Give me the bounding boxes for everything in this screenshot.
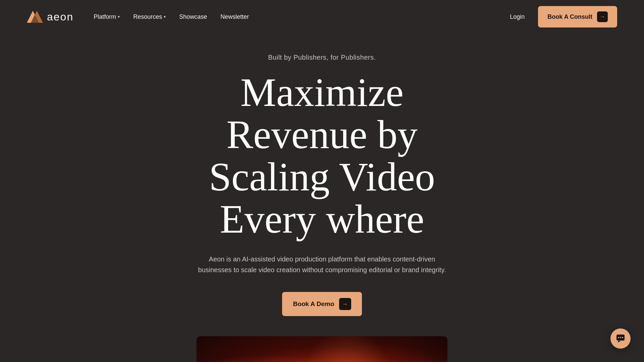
book-demo-arrow-icon: → bbox=[339, 298, 351, 310]
nav-links: Platform ▾ Resources ▾ Showcase Newslett… bbox=[94, 13, 249, 20]
chat-icon bbox=[616, 334, 625, 343]
logo[interactable]: aeon bbox=[27, 10, 73, 23]
nav-resources[interactable]: Resources ▾ bbox=[133, 13, 166, 20]
nav-newsletter[interactable]: Newsletter bbox=[220, 13, 249, 20]
resources-chevron-icon: ▾ bbox=[164, 14, 166, 19]
hero-title-line2: Scaling Video bbox=[209, 155, 435, 199]
book-consult-arrow-icon: → bbox=[597, 11, 608, 22]
nav-platform[interactable]: Platform ▾ bbox=[94, 13, 120, 20]
book-consult-label: Book A Consult bbox=[547, 13, 592, 20]
book-consult-button[interactable]: Book A Consult → bbox=[538, 6, 617, 27]
hero-description: Aeon is an AI-assisted video production … bbox=[191, 254, 453, 275]
nav-resources-label: Resources bbox=[133, 13, 162, 20]
book-demo-button[interactable]: Book A Demo → bbox=[282, 292, 362, 316]
svg-point-5 bbox=[620, 337, 621, 338]
hero-subtitle: Built by Publishers, for Publishers. bbox=[268, 54, 376, 61]
hero-title: Maximize Revenue by Scaling Video Every … bbox=[171, 71, 473, 240]
book-demo-label: Book A Demo bbox=[293, 300, 334, 308]
hero-title-line3: Every where bbox=[220, 197, 424, 241]
nav-platform-label: Platform bbox=[94, 13, 116, 20]
nav-left: aeon Platform ▾ Resources ▾ Showcase New… bbox=[27, 10, 249, 23]
logo-icon bbox=[27, 10, 43, 23]
navbar: aeon Platform ▾ Resources ▾ Showcase New… bbox=[0, 0, 644, 34]
nav-showcase-label: Showcase bbox=[179, 13, 207, 20]
hero-section: Built by Publishers, for Publishers. Max… bbox=[0, 34, 644, 336]
logo-text: aeon bbox=[47, 11, 73, 23]
hero-title-line1: Maximize Revenue by bbox=[226, 70, 418, 157]
platform-chevron-icon: ▾ bbox=[118, 14, 120, 19]
nav-newsletter-label: Newsletter bbox=[220, 13, 249, 20]
nav-showcase[interactable]: Showcase bbox=[179, 13, 207, 20]
svg-point-6 bbox=[622, 337, 623, 338]
nav-right: Login Book A Consult → bbox=[510, 6, 617, 27]
svg-point-4 bbox=[618, 337, 619, 338]
chat-button[interactable] bbox=[610, 328, 631, 349]
hero-video-preview bbox=[197, 336, 447, 362]
login-link[interactable]: Login bbox=[510, 13, 525, 20]
